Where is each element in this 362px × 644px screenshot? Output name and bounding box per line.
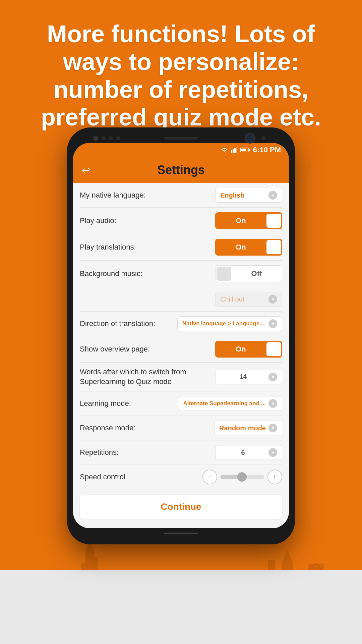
svg-rect-26 — [236, 147, 237, 153]
setting-label-learning-mode: Learning mode: — [80, 399, 178, 409]
chill-out-dropdown: Chill out ▾ — [215, 292, 282, 307]
toggle-thumb — [266, 214, 281, 228]
speed-decrease-button[interactable]: − — [202, 470, 217, 484]
app-title: Settings — [157, 163, 205, 177]
svg-point-22 — [224, 151, 225, 152]
battery-icon — [240, 148, 250, 152]
phone-device: 6:10 PM ↩ Settings My native language: E… — [67, 127, 295, 544]
signal-icon — [231, 147, 238, 153]
setting-label-native-language: My native language: — [80, 191, 208, 200]
setting-label-direction-translation: Direction of translation: — [80, 319, 177, 329]
back-button[interactable]: ↩ — [80, 164, 92, 176]
show-overview-value: On — [215, 345, 266, 354]
home-indicator — [164, 533, 198, 534]
setting-label-play-translations: Play translations: — [80, 243, 208, 252]
setting-label-show-overview: Show overview page: — [80, 344, 208, 354]
svg-rect-28 — [241, 149, 246, 151]
setting-row-repetitions: Repetitions: 6 ▾ — [80, 440, 282, 465]
setting-label-words-switch: Words after which to switch from Superle… — [80, 367, 208, 386]
phone-camera-dots — [102, 136, 120, 140]
settings-content: My native language: English ▾ Play audio… — [73, 183, 289, 528]
phone-home-bar — [73, 528, 289, 538]
setting-row-native-language: My native language: English ▾ — [80, 183, 282, 208]
phone-camera-left — [93, 136, 99, 141]
words-switch-arrow-icon: ▾ — [268, 373, 277, 381]
setting-row-direction-translation: Direction of translation: Native languag… — [80, 312, 282, 336]
setting-row-response-mode: Response mode: Random mode ▾ — [80, 416, 282, 440]
svg-rect-29 — [249, 149, 250, 151]
bottom-section — [0, 570, 362, 644]
direction-translation-value: Native language > Language ... — [182, 320, 266, 327]
phone-screen: 6:10 PM ↩ Settings My native language: E… — [73, 143, 289, 528]
status-bar: 6:10 PM — [73, 143, 289, 157]
setting-label-repetitions: Repetitions: — [80, 448, 208, 458]
svg-marker-15 — [282, 550, 293, 564]
svg-rect-24 — [233, 149, 234, 153]
speed-slider-thumb[interactable] — [237, 472, 247, 482]
response-mode-arrow-icon: ▾ — [268, 424, 277, 432]
words-switch-value: 14 — [220, 373, 266, 381]
words-switch-dropdown[interactable]: 14 ▾ — [215, 370, 282, 384]
setting-row-speed-control: Speed control − + — [80, 465, 282, 489]
setting-row-show-overview: Show overview page: On — [80, 336, 282, 363]
speed-increase-button[interactable]: + — [267, 470, 282, 484]
setting-label-play-audio: Play audio: — [80, 216, 208, 226]
background-music-value: Off — [231, 269, 282, 278]
continue-button[interactable]: Continue — [80, 495, 282, 519]
setting-row-words-switch: Words after which to switch from Superle… — [80, 363, 282, 391]
phone-speaker — [164, 137, 198, 140]
back-arrow-icon: ↩ — [82, 164, 90, 176]
native-language-arrow-icon: ▾ — [268, 191, 277, 200]
setting-row-chill-out: Chill out ▾ — [80, 287, 282, 312]
repetitions-arrow-icon: ▾ — [268, 448, 277, 457]
response-mode-dropdown[interactable]: Random mode ▾ — [214, 421, 282, 435]
direction-translation-arrow-icon: ▾ — [268, 319, 277, 328]
setting-label-response-mode: Response mode: — [80, 423, 208, 433]
phone-sensor — [261, 136, 265, 140]
native-language-value: English — [220, 192, 244, 199]
svg-rect-25 — [234, 148, 236, 153]
repetitions-dropdown[interactable]: 6 ▾ — [215, 445, 282, 460]
headline: More functions! Lots of ways to personal… — [20, 20, 342, 131]
show-overview-toggle[interactable]: On — [215, 341, 282, 358]
wifi-icon — [220, 147, 228, 153]
app-header: ↩ Settings — [73, 157, 289, 183]
background-music-toggle[interactable]: Off — [215, 265, 282, 282]
svg-rect-23 — [231, 150, 232, 153]
setting-row-background-music: Background music: Off — [80, 261, 282, 287]
play-audio-value: On — [215, 216, 266, 225]
learning-mode-arrow-icon: ▾ — [268, 399, 277, 408]
setting-row-play-audio: Play audio: On — [80, 208, 282, 234]
response-mode-value: Random mode — [219, 424, 266, 432]
speed-slider[interactable] — [221, 475, 264, 479]
chill-out-arrow-icon: ▾ — [268, 295, 277, 304]
status-time: 6:10 PM — [253, 146, 281, 154]
native-language-dropdown[interactable]: English ▾ — [215, 188, 282, 203]
play-translations-toggle[interactable]: On — [215, 239, 282, 256]
play-audio-toggle[interactable]: On — [215, 212, 282, 229]
setting-label-speed-control: Speed control — [80, 472, 202, 482]
toggle-thumb-3 — [266, 342, 281, 356]
speed-control-widget[interactable]: − + — [202, 470, 282, 484]
learning-mode-value: Alternate Superlearning and ... — [183, 400, 266, 407]
repetitions-value: 6 — [220, 449, 266, 457]
phone-camera-main — [245, 133, 255, 144]
setting-row-learning-mode: Learning mode: Alternate Superlearning a… — [80, 391, 282, 416]
continue-btn-container: Continue — [80, 489, 282, 522]
setting-row-play-translations: Play translations: On — [80, 234, 282, 261]
setting-label-background-music: Background music: — [80, 269, 208, 279]
play-translations-value: On — [215, 243, 266, 252]
direction-translation-dropdown[interactable]: Native language > Language ... ▾ — [177, 316, 282, 331]
toggle-thumb-2 — [266, 240, 281, 254]
learning-mode-dropdown[interactable]: Alternate Superlearning and ... ▾ — [178, 396, 282, 411]
chill-out-value: Chill out — [220, 296, 244, 303]
toggle-thumb-off — [217, 267, 231, 281]
